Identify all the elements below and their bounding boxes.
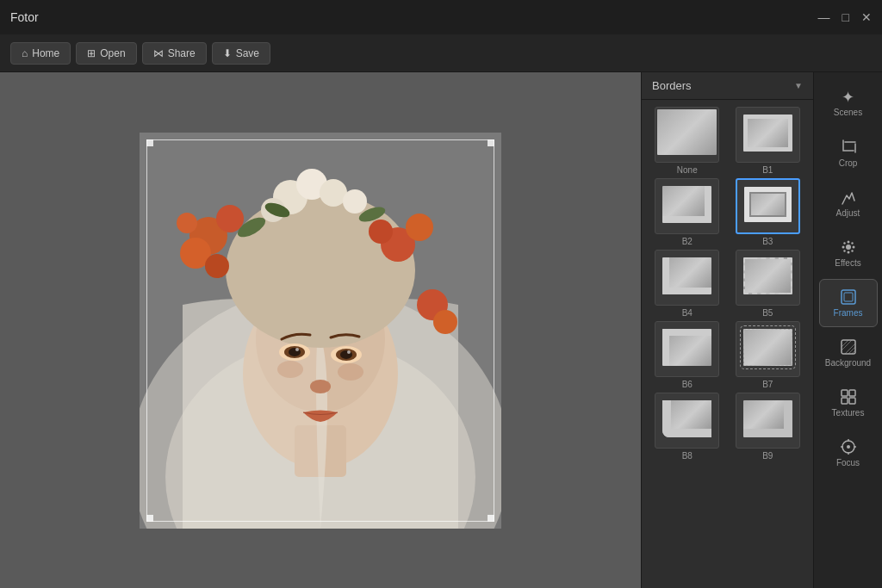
border-item-b8[interactable]: B8 xyxy=(649,393,726,461)
scenes-tool[interactable]: ✦ Scenes xyxy=(819,79,878,127)
open-button[interactable]: ⊞ Open xyxy=(76,42,136,65)
border-label-b5: B5 xyxy=(762,308,773,318)
svg-point-21 xyxy=(433,310,457,334)
border-label-b8: B8 xyxy=(682,451,693,461)
border-item-b1[interactable]: B1 xyxy=(730,107,807,175)
close-button[interactable]: ✕ xyxy=(861,11,872,23)
app-title: Fotor xyxy=(10,10,818,24)
title-bar: Fotor — □ ✕ xyxy=(0,0,882,34)
border-label-b1: B1 xyxy=(762,165,773,175)
textures-label: Textures xyxy=(832,408,865,418)
border-label-none: None xyxy=(677,165,698,175)
border-label-b7: B7 xyxy=(762,380,773,389)
svg-point-11 xyxy=(177,213,197,233)
svg-point-43 xyxy=(843,250,845,251)
svg-point-15 xyxy=(343,189,367,214)
svg-point-37 xyxy=(847,241,849,244)
focus-icon xyxy=(840,438,857,455)
scenes-label: Scenes xyxy=(834,108,862,117)
svg-rect-49 xyxy=(849,390,855,396)
border-item-b9[interactable]: B9 xyxy=(730,393,807,461)
panel-title: Borders xyxy=(652,79,692,92)
border-thumb-b4 xyxy=(655,250,719,306)
borders-panel: Borders ▼ None B1 xyxy=(641,72,813,588)
image-container xyxy=(140,133,501,529)
border-item-b7[interactable]: B7 xyxy=(730,321,807,389)
crop-tool[interactable]: Crop xyxy=(819,129,878,177)
svg-point-36 xyxy=(846,244,851,250)
maximize-button[interactable]: □ xyxy=(842,11,849,23)
svg-point-39 xyxy=(842,246,844,249)
background-icon xyxy=(840,338,857,356)
border-item-b2[interactable]: B2 xyxy=(649,178,726,246)
adjust-icon xyxy=(840,189,857,206)
svg-point-44 xyxy=(851,250,853,251)
effects-tool[interactable]: Effects xyxy=(819,229,878,277)
save-icon: ⬇ xyxy=(223,47,232,59)
effects-icon xyxy=(840,238,857,256)
svg-point-33 xyxy=(310,380,331,393)
border-thumb-b1 xyxy=(736,107,800,163)
svg-rect-46 xyxy=(844,293,853,301)
focus-label: Focus xyxy=(836,458,860,467)
home-button[interactable]: ⌂ Home xyxy=(10,42,71,65)
border-item-b3[interactable]: B3 xyxy=(730,178,807,246)
svg-point-9 xyxy=(216,205,244,232)
home-icon: ⌂ xyxy=(22,47,28,59)
svg-point-53 xyxy=(847,445,850,449)
border-item-b5[interactable]: B5 xyxy=(730,250,807,318)
focus-tool[interactable]: Focus xyxy=(819,429,878,477)
svg-rect-51 xyxy=(849,398,855,404)
frames-icon xyxy=(840,288,857,306)
canvas-area xyxy=(0,72,641,588)
borders-grid: None B1 B2 xyxy=(642,100,813,467)
minimize-button[interactable]: — xyxy=(818,11,830,23)
border-label-b3: B3 xyxy=(762,237,773,246)
frames-label: Frames xyxy=(834,308,863,318)
scenes-icon: ✦ xyxy=(842,90,854,105)
svg-rect-45 xyxy=(842,290,855,304)
portrait-image xyxy=(140,133,501,529)
border-thumb-none xyxy=(655,107,719,163)
svg-point-18 xyxy=(406,214,433,241)
frames-tool[interactable]: Frames xyxy=(819,279,878,327)
border-thumb-b5 xyxy=(736,250,800,306)
border-thumb-b7 xyxy=(736,321,800,377)
border-thumb-b2 xyxy=(655,178,719,234)
border-label-b9: B9 xyxy=(762,451,773,461)
border-thumb-b9 xyxy=(736,393,800,449)
share-icon: ⋈ xyxy=(153,47,164,59)
border-label-b2: B2 xyxy=(682,237,693,246)
svg-point-28 xyxy=(295,348,299,351)
svg-point-38 xyxy=(847,251,849,254)
svg-rect-47 xyxy=(842,340,855,354)
save-button[interactable]: ⬇ Save xyxy=(212,42,270,65)
textures-tool[interactable]: Textures xyxy=(819,379,878,427)
main-content: Borders ▼ None B1 xyxy=(0,72,882,588)
border-thumb-b8 xyxy=(655,393,719,449)
border-label-b6: B6 xyxy=(682,380,693,389)
border-label-b4: B4 xyxy=(682,308,693,318)
border-thumb-b6 xyxy=(655,321,719,377)
window-controls: — □ ✕ xyxy=(818,11,872,23)
effects-label: Effects xyxy=(835,258,860,268)
svg-point-19 xyxy=(369,220,393,244)
svg-point-34 xyxy=(277,361,303,378)
border-item-b4[interactable]: B4 xyxy=(649,250,726,318)
svg-rect-50 xyxy=(842,398,848,404)
toolbar: ⌂ Home ⊞ Open ⋈ Share ⬇ Save xyxy=(0,34,882,72)
svg-point-42 xyxy=(851,242,853,244)
border-item-none[interactable]: None xyxy=(649,107,726,175)
background-tool[interactable]: Background xyxy=(819,329,878,377)
svg-point-32 xyxy=(347,350,351,354)
svg-point-40 xyxy=(852,246,854,249)
background-label: Background xyxy=(825,358,871,368)
border-item-b6[interactable]: B6 xyxy=(649,321,726,389)
adjust-tool[interactable]: Adjust xyxy=(819,179,878,227)
textures-icon xyxy=(840,388,857,405)
share-button[interactable]: ⋈ Share xyxy=(142,42,207,65)
svg-point-41 xyxy=(843,242,845,244)
panel-header: Borders ▼ xyxy=(642,72,813,100)
crop-icon xyxy=(840,139,857,156)
crop-label: Crop xyxy=(839,158,858,168)
